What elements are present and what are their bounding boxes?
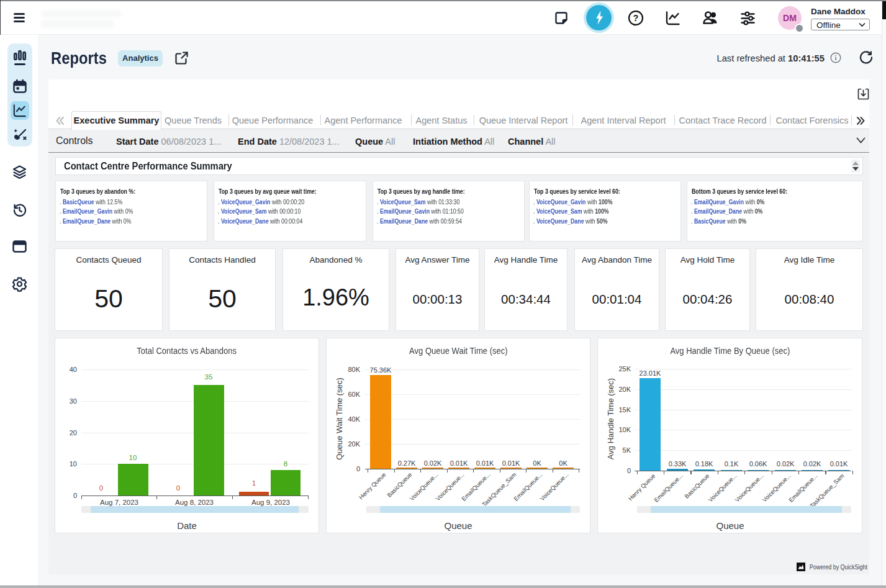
- svg-text:?: ?: [633, 13, 639, 23]
- svg-text:Henry Queue: Henry Queue: [358, 471, 387, 501]
- svg-text:EmailQueue...: EmailQueue...: [653, 473, 684, 504]
- svg-text:BasicQueue: BasicQueue: [683, 473, 710, 500]
- svg-text:BasicQueue: BasicQueue: [386, 471, 413, 499]
- svg-text:Henry Queue: Henry Queue: [627, 473, 657, 502]
- svg-text:VoiceQueue...: VoiceQueue...: [733, 473, 764, 504]
